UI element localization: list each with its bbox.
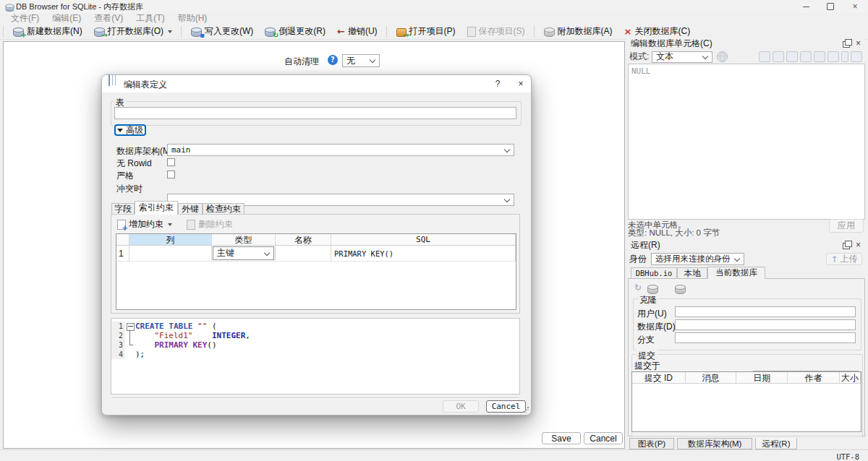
sql-preview-editor[interactable]: 1 CREATE TABLE "" ( 2 "Field1" INTEGER, …	[111, 318, 520, 395]
edit-cell-panel-titlebar: 编辑数据库单元格(C) ×	[626, 38, 865, 49]
without-rowid-checkbox[interactable]	[167, 158, 175, 166]
cell-value: NULL	[631, 66, 651, 76]
maximize-button[interactable]	[819, 0, 842, 13]
menu-file[interactable]: 文件(F)	[4, 12, 46, 25]
save-project-icon	[467, 27, 476, 37]
close-database-button[interactable]: × 关闭数据库(C)	[618, 25, 697, 39]
print-cell-icon	[851, 51, 862, 62]
commits-header-date[interactable]: 日期	[736, 372, 788, 384]
constraint-column-cell[interactable]	[129, 246, 212, 262]
tab-plot[interactable]: 图表(P)	[629, 438, 674, 449]
dialog-cancel-button[interactable]: Cancel	[486, 400, 526, 413]
table-name-input[interactable]	[114, 107, 516, 119]
revert-changes-button[interactable]: ↻ 倒退更改(R)	[259, 25, 331, 39]
tab-fields[interactable]: 字段	[111, 203, 135, 215]
constraint-row[interactable]: 1 主键 PRIMARY KEY()	[116, 246, 516, 262]
remote-panel-titlebar: 远程(R) ×	[626, 239, 865, 251]
toolbar-handle	[3, 26, 4, 37]
advanced-toggle-button[interactable]: 高级	[114, 124, 146, 136]
dialog-resize-grip[interactable]	[522, 406, 529, 413]
refresh-icon: ↻	[634, 283, 642, 292]
undo-button[interactable]: ← 撤销(U)	[331, 25, 383, 39]
attach-database-icon	[544, 29, 555, 37]
add-constraint-button[interactable]: + 增加约束	[117, 218, 172, 231]
commits-table[interactable]: 提交 ID 消息 日期 作者 大小	[631, 371, 861, 432]
tab-check-constraints[interactable]: 检查约束	[203, 203, 244, 215]
name-header[interactable]: 名称	[276, 234, 331, 246]
menu-edit[interactable]: 编辑(E)	[46, 12, 88, 25]
dialog-close-button[interactable]: ×	[511, 75, 530, 92]
remote-panel-title: 远程(R)	[626, 239, 660, 251]
encoding-indicator[interactable]: UTF-8	[836, 452, 859, 461]
advanced-collapse-icon	[117, 129, 123, 132]
sql-header[interactable]: SQL	[331, 234, 516, 246]
remote-identity-row: 身份 选择用来连接的身份 ↑ 上传	[626, 252, 865, 266]
float-panel-icon[interactable]	[843, 243, 850, 249]
minimize-icon	[803, 7, 809, 7]
branch-input[interactable]	[675, 332, 856, 343]
app-icon	[6, 5, 14, 12]
auto-vacuum-select[interactable]: 无	[342, 54, 380, 67]
minimize-button[interactable]	[794, 0, 817, 13]
menu-help[interactable]: 帮助(H)	[171, 12, 214, 25]
close-icon: ×	[852, 2, 857, 11]
write-changes-button[interactable]: ▪ 写入更改(W)	[185, 25, 259, 39]
row-number: 1	[116, 246, 129, 262]
constraints-table[interactable]: 列 类型 名称 SQL 1 主键 PRIMARY KEY()	[116, 233, 516, 310]
close-database-icon: ×	[624, 27, 632, 36]
menu-tools[interactable]: 工具(T)	[129, 12, 171, 25]
close-panel-icon[interactable]: ×	[856, 39, 861, 48]
commits-header-size[interactable]: 大小	[840, 372, 861, 384]
upload-button: ↑ 上传	[826, 253, 862, 265]
dialog-titlebar: 编辑表定义 ? ×	[102, 75, 531, 92]
database-input[interactable]	[675, 319, 856, 330]
strict-checkbox[interactable]	[167, 171, 175, 178]
commits-header-message[interactable]: 消息	[686, 372, 737, 384]
set-null-icon	[841, 51, 848, 62]
attach-database-button[interactable]: 附加数据库(A)	[538, 25, 618, 39]
schema-select[interactable]: main	[167, 144, 514, 156]
constraint-name-cell[interactable]	[276, 246, 331, 262]
tab-current-database[interactable]: 当前数据库	[707, 267, 765, 279]
fold-collapse-icon[interactable]	[127, 323, 135, 331]
pragma-save-button[interactable]: Save	[542, 432, 581, 444]
float-panel-icon[interactable]	[843, 41, 850, 48]
open-database-dropdown-icon[interactable]	[168, 30, 172, 33]
commits-header-id[interactable]: 提交 ID	[632, 372, 686, 384]
menu-view[interactable]: 查看(V)	[88, 12, 129, 25]
constraint-type-select[interactable]: 主键	[213, 246, 274, 260]
commits-header-author[interactable]: 作者	[788, 372, 840, 384]
close-button[interactable]: ×	[843, 0, 867, 13]
mode-select[interactable]: 文本	[652, 51, 712, 63]
add-constraint-dropdown-icon[interactable]	[168, 223, 172, 226]
new-database-button[interactable]: + 新建数据库(N)	[7, 25, 88, 39]
constraint-sql-cell[interactable]: PRIMARY KEY()	[331, 246, 516, 262]
auto-vacuum-help-icon[interactable]: ?	[328, 55, 338, 65]
type-header[interactable]: 类型	[212, 234, 276, 246]
tab-local[interactable]: 本地	[677, 267, 707, 279]
apply-cell-button: 应用	[829, 219, 864, 233]
branch-label: 分支	[637, 334, 655, 346]
constraint-type-cell[interactable]: 主键	[212, 246, 276, 262]
pragma-cancel-button[interactable]: Cancel	[584, 432, 623, 444]
tab-index-constraints[interactable]: 索引约束	[135, 201, 178, 215]
identity-select[interactable]: 选择用来连接的身份	[651, 253, 744, 265]
open-project-button[interactable]: → 打开项目(P)	[391, 25, 461, 39]
dialog-separator	[112, 397, 519, 399]
cell-editor-area[interactable]: NULL	[628, 64, 865, 220]
push-database-icon	[647, 286, 658, 294]
dialog-help-button[interactable]: ?	[488, 75, 507, 92]
tab-foreign-keys[interactable]: 外键	[178, 203, 203, 215]
table-icon	[109, 74, 110, 86]
tab-dbhub[interactable]: DBHub.io	[631, 267, 677, 279]
commits-table-header: 提交 ID 消息 日期 作者 大小	[632, 372, 861, 384]
tab-database-schema[interactable]: 数据库架构(M)	[677, 438, 752, 449]
user-input[interactable]	[675, 306, 856, 317]
close-panel-icon[interactable]: ×	[856, 241, 861, 249]
word-wrap-globe-icon	[717, 51, 728, 62]
open-database-button[interactable]: → 打开数据库(O)	[88, 25, 178, 39]
column-header[interactable]: 列	[129, 234, 212, 246]
tab-remote[interactable]: 远程(R)	[755, 438, 797, 449]
database-settings-icon	[675, 286, 686, 294]
edit-cell-toolbar: 模式: 文本	[626, 51, 865, 63]
